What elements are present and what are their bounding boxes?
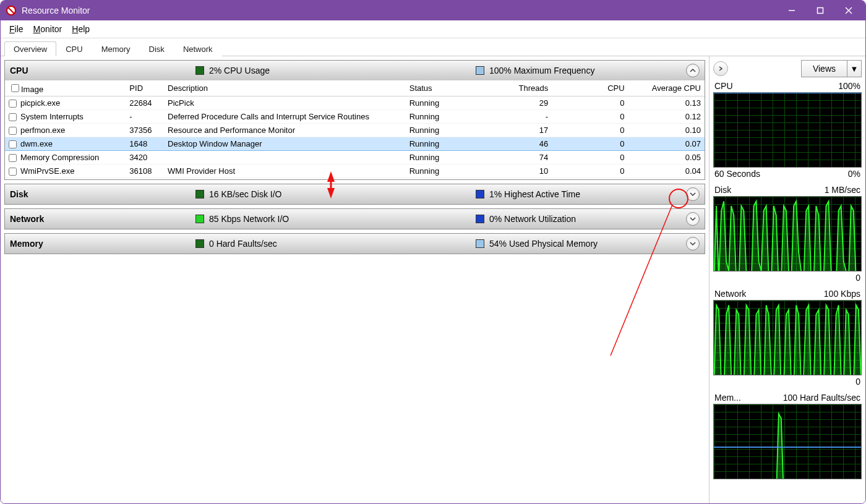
tab-network[interactable]: Network bbox=[174, 41, 222, 56]
memory-used-swatch bbox=[476, 239, 484, 248]
network-panel-title: Network bbox=[10, 214, 195, 224]
col-image[interactable]: Image bbox=[5, 80, 126, 96]
mini-scale: 100% bbox=[838, 81, 860, 91]
table-row[interactable]: WmiPrvSE.exe36108WMI Provider HostRunnin… bbox=[5, 164, 705, 178]
table-row[interactable]: picpick.exe22684PicPickRunning2900.13 bbox=[5, 96, 705, 110]
mini-footer-left: 60 Seconds bbox=[714, 169, 760, 179]
mini-scale: 100 Hard Faults/sec bbox=[783, 393, 860, 403]
network-panel: Network 85 Kbps Network I/O 0% Network U… bbox=[4, 208, 705, 229]
mini-chart: Network100 Kbps0 bbox=[713, 289, 862, 387]
cpu-panel: CPU 2% CPU Usage 100% Maximum Frequency … bbox=[4, 60, 705, 180]
mini-chart: Disk1 MB/sec0 bbox=[713, 185, 862, 283]
cpu-table-scroll[interactable]: Image PID Description Status Threads CPU… bbox=[5, 80, 705, 179]
disk-io-text: 16 KB/sec Disk I/O bbox=[209, 189, 281, 199]
select-all-checkbox[interactable] bbox=[11, 84, 19, 92]
tab-overview[interactable]: Overview bbox=[4, 41, 56, 56]
tab-cpu[interactable]: CPU bbox=[56, 41, 92, 56]
mini-graph bbox=[713, 404, 862, 479]
table-row[interactable]: dwm.exe1648Desktop Window ManagerRunning… bbox=[5, 137, 705, 151]
disk-panel-title: Disk bbox=[10, 189, 195, 199]
resource-monitor-window: Resource Monitor File Monitor Help Overv… bbox=[0, 0, 866, 504]
memory-panel-title: Memory bbox=[10, 239, 195, 249]
maximize-button[interactable] bbox=[806, 1, 834, 20]
mini-footer-right: 0 bbox=[855, 377, 860, 387]
svg-rect-3 bbox=[818, 8, 823, 14]
mini-chart: CPU100%60 Seconds0% bbox=[713, 81, 862, 179]
row-checkbox[interactable] bbox=[9, 113, 17, 121]
row-checkbox[interactable] bbox=[9, 127, 17, 135]
side-nav-button[interactable] bbox=[713, 61, 728, 76]
col-pid[interactable]: PID bbox=[126, 80, 164, 96]
table-row[interactable]: msedge.exe13272Microsoft EdgeRunning1170… bbox=[5, 178, 705, 179]
close-button[interactable] bbox=[834, 1, 863, 20]
cpu-freq-text: 100% Maximum Frequency bbox=[489, 66, 594, 75]
memory-used-text: 54% Used Physical Memory bbox=[489, 239, 598, 249]
mini-footer-right: 0% bbox=[848, 169, 860, 179]
mini-graph bbox=[713, 92, 862, 168]
tab-bar: Overview CPU Memory Disk Network bbox=[1, 38, 865, 56]
mini-title: CPU bbox=[714, 81, 733, 91]
disk-panel-header[interactable]: Disk 16 KB/sec Disk I/O 1% Highest Activ… bbox=[5, 184, 705, 204]
table-row[interactable]: Memory Compression3420Running7400.05 bbox=[5, 151, 705, 164]
main-content: CPU 2% CPU Usage 100% Maximum Frequency … bbox=[1, 56, 709, 503]
network-util-text: 0% Network Utilization bbox=[489, 214, 576, 224]
memory-faults-swatch bbox=[195, 239, 204, 248]
mini-graph bbox=[713, 196, 862, 271]
window-title: Resource Monitor bbox=[22, 6, 90, 15]
col-description[interactable]: Description bbox=[164, 80, 406, 96]
app-icon bbox=[6, 5, 17, 16]
views-dropdown-icon[interactable]: ▼ bbox=[847, 61, 861, 77]
cpu-process-table: Image PID Description Status Threads CPU… bbox=[5, 80, 705, 179]
disk-active-swatch bbox=[476, 190, 484, 199]
row-checkbox[interactable] bbox=[9, 140, 17, 148]
mini-title: Network bbox=[714, 289, 746, 299]
title-bar[interactable]: Resource Monitor bbox=[1, 1, 865, 20]
network-panel-header[interactable]: Network 85 Kbps Network I/O 0% Network U… bbox=[5, 209, 705, 229]
disk-io-swatch bbox=[195, 190, 204, 199]
mini-footer-right: 0 bbox=[855, 273, 860, 283]
tab-memory[interactable]: Memory bbox=[92, 41, 140, 56]
mini-scale: 1 MB/sec bbox=[825, 185, 860, 195]
mini-title: Mem... bbox=[714, 393, 741, 403]
disk-expand-button[interactable] bbox=[686, 187, 700, 201]
row-checkbox[interactable] bbox=[9, 100, 17, 108]
table-row[interactable]: System Interrupts-Deferred Procedure Cal… bbox=[5, 110, 705, 124]
memory-expand-button[interactable] bbox=[686, 237, 700, 250]
mini-title: Disk bbox=[714, 185, 731, 195]
cpu-usage-text: 2% CPU Usage bbox=[209, 66, 270, 75]
side-panel: Views ▼ CPU100%60 Seconds0%Disk1 MB/sec0… bbox=[709, 56, 865, 503]
views-button[interactable]: Views ▼ bbox=[801, 60, 862, 77]
mini-graph bbox=[713, 300, 862, 375]
tab-disk[interactable]: Disk bbox=[140, 41, 174, 56]
cpu-freq-swatch bbox=[476, 66, 484, 75]
menu-help[interactable]: Help bbox=[67, 22, 95, 36]
memory-faults-text: 0 Hard Faults/sec bbox=[209, 239, 277, 249]
menu-monitor[interactable]: Monitor bbox=[28, 22, 67, 36]
cpu-panel-title: CPU bbox=[10, 66, 195, 75]
col-status[interactable]: Status bbox=[406, 80, 476, 96]
memory-panel-header[interactable]: Memory 0 Hard Faults/sec 54% Used Physic… bbox=[5, 234, 705, 254]
cpu-usage-swatch bbox=[195, 66, 204, 75]
mini-scale: 100 Kbps bbox=[824, 289, 860, 299]
row-checkbox[interactable] bbox=[9, 154, 17, 162]
cpu-panel-header[interactable]: CPU 2% CPU Usage 100% Maximum Frequency bbox=[5, 61, 705, 80]
memory-panel: Memory 0 Hard Faults/sec 54% Used Physic… bbox=[4, 233, 705, 254]
col-avg-cpu[interactable]: Average CPU bbox=[628, 80, 705, 96]
views-label: Views bbox=[802, 64, 847, 74]
disk-active-text: 1% Highest Active Time bbox=[489, 189, 580, 199]
col-threads[interactable]: Threads bbox=[476, 80, 552, 96]
network-io-swatch bbox=[195, 215, 204, 223]
menu-bar: File Monitor Help bbox=[1, 20, 865, 38]
cpu-collapse-button[interactable] bbox=[686, 64, 700, 77]
menu-file[interactable]: File bbox=[4, 22, 28, 36]
minimize-button[interactable] bbox=[778, 1, 806, 20]
mini-chart: Mem...100 Hard Faults/sec bbox=[713, 393, 862, 479]
network-io-text: 85 Kbps Network I/O bbox=[209, 214, 289, 224]
disk-panel: Disk 16 KB/sec Disk I/O 1% Highest Activ… bbox=[4, 184, 705, 205]
table-row[interactable]: perfmon.exe37356Resource and Performance… bbox=[5, 124, 705, 137]
row-checkbox[interactable] bbox=[9, 168, 17, 176]
network-expand-button[interactable] bbox=[686, 212, 700, 226]
network-util-swatch bbox=[476, 215, 484, 223]
col-cpu[interactable]: CPU bbox=[552, 80, 628, 96]
